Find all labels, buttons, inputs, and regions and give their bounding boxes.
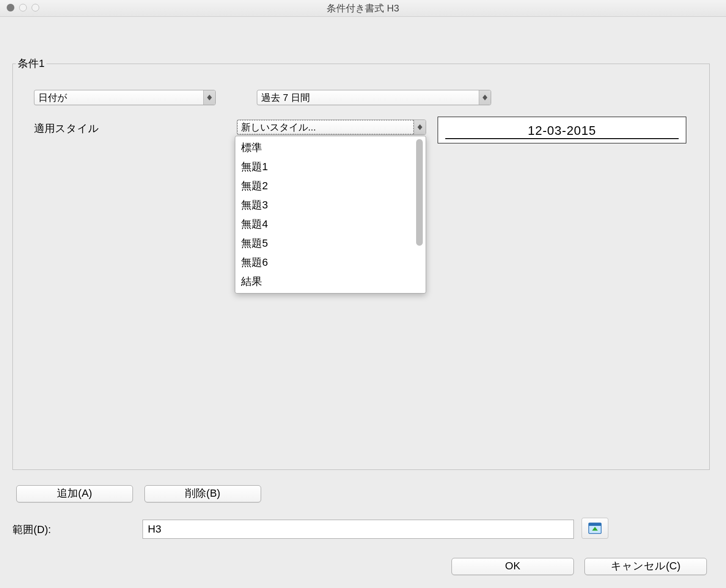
close-window-button[interactable] [7,4,14,11]
svg-marker-5 [418,127,422,130]
ok-button[interactable]: OK [451,558,574,575]
condition-value-text: 過去 7 日間 [257,90,479,105]
svg-marker-3 [483,98,487,100]
condition-legend: 条件1 [16,56,46,71]
style-option[interactable]: 無題5 [235,234,426,253]
popup-scrollbar[interactable] [416,139,423,246]
style-option[interactable]: 標準 [235,138,426,157]
range-input[interactable] [143,520,574,539]
condition-type-value: 日付が [34,90,203,105]
svg-marker-1 [207,98,212,100]
style-preview: 12-03-2015 [438,117,686,143]
style-option[interactable]: 無題1 [235,157,426,176]
window-title: 条件付き書式 H3 [327,3,399,13]
style-option[interactable]: 無題2 [235,176,426,196]
stepper-arrows-icon [414,120,426,134]
zoom-window-button[interactable] [32,4,39,11]
minimize-window-button[interactable] [19,4,27,11]
style-options-popup: 標準 無題1 無題2 無題3 無題4 無題5 無題6 結果 [235,136,426,294]
stepper-arrows-icon [479,90,491,105]
condition-type-combo[interactable]: 日付が [34,90,216,105]
style-option[interactable]: 無題6 [235,253,426,272]
title-bar: 条件付き書式 H3 [0,0,726,17]
stepper-arrows-icon [203,90,215,105]
window-controls [7,4,39,11]
apply-style-label: 適用スタイル [34,121,99,136]
style-option[interactable]: 結果 [235,272,426,291]
shrink-reference-icon [588,523,602,534]
svg-rect-7 [589,523,601,526]
cancel-button[interactable]: キャンセル(C) [584,558,707,575]
condition-value-combo[interactable]: 過去 7 日間 [257,90,491,105]
apply-style-selected: 新しいスタイル... [237,120,414,134]
apply-style-combo[interactable]: 新しいスタイル... [237,120,426,135]
style-preview-text: 12-03-2015 [445,123,679,139]
range-label: 範囲(D): [12,523,51,537]
style-option[interactable]: 無題3 [235,196,426,215]
style-option[interactable]: 無題4 [235,215,426,234]
add-button[interactable]: 追加(A) [16,485,133,502]
condition-panel: 条件1 日付が 過去 7 日間 適用スタイル 新しいスタイル... [12,64,710,470]
shrink-reference-button[interactable] [582,518,608,539]
delete-button[interactable]: 削除(B) [144,485,261,502]
